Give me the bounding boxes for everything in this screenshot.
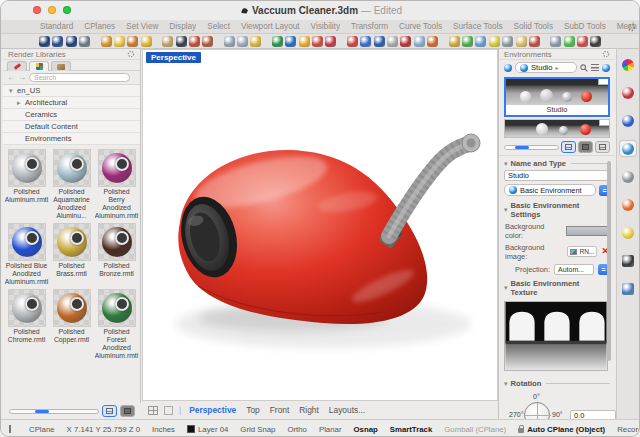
environment-editor-icon[interactable] <box>272 36 283 47</box>
library-materials-tab[interactable] <box>29 61 49 71</box>
status-item[interactable]: Record Hi <box>617 425 640 434</box>
add-environment-icon[interactable] <box>504 64 512 72</box>
background-image-button[interactable]: RN... <box>567 246 597 257</box>
status-item[interactable]: Layer 04 <box>187 425 228 434</box>
viewport-tab[interactable]: Perspective <box>187 405 238 415</box>
material-item[interactable]: Polished Aluminum.rmtl <box>5 149 49 220</box>
earth-icon[interactable] <box>374 36 385 47</box>
four-view-icon[interactable] <box>148 406 158 415</box>
menu-tab[interactable]: Display <box>164 21 201 32</box>
material-item[interactable]: Polished Brass.rmtl <box>50 223 94 286</box>
material-item[interactable]: Polished Blue Anodized Aluminum.rmtl <box>5 223 49 286</box>
folder-icon[interactable] <box>516 36 527 47</box>
grid-view-button[interactable] <box>102 405 117 417</box>
shell-icon[interactable] <box>387 36 398 47</box>
projection-dropdown[interactable]: Autom... <box>554 264 594 275</box>
safe-frame-icon[interactable] <box>550 36 561 47</box>
material-item[interactable]: Polished Bronze.rmtl <box>95 223 139 286</box>
tree-item[interactable]: Environments <box>3 133 140 145</box>
bulb-icon[interactable] <box>489 36 500 47</box>
pencil-light-icon[interactable] <box>162 36 173 47</box>
environment-selector[interactable]: Studio ▸ <box>515 62 577 73</box>
viewport-tab[interactable]: Layouts... <box>327 405 367 415</box>
menu-tab[interactable]: Curve Tools <box>394 21 447 32</box>
library-brush-tab[interactable] <box>7 61 27 71</box>
env-grid-view-button[interactable] <box>561 141 576 153</box>
status-item[interactable]: Planar <box>319 425 342 434</box>
status-item[interactable]: X 7.141 Y 25.759 Z 0 <box>67 425 140 434</box>
status-item[interactable]: Ortho <box>287 425 307 434</box>
status-item[interactable]: Auto CPlane (Object) <box>518 425 605 434</box>
single-view-icon[interactable] <box>164 406 173 415</box>
status-item[interactable]: Osnap <box>353 425 377 434</box>
environment-type-dropdown[interactable]: Basic Environment <box>504 184 596 196</box>
tree-item[interactable]: ▾en_US <box>3 85 140 97</box>
menu-tab[interactable]: Transform <box>346 21 393 32</box>
panel-toggle-icon[interactable] <box>9 425 11 433</box>
viewport-tab[interactable]: Right <box>297 405 321 415</box>
menu-tab[interactable]: SubD Tools <box>559 21 611 32</box>
env-tree-view-button[interactable] <box>595 141 610 153</box>
back-icon[interactable]: ← <box>7 73 15 82</box>
light-flag-icon[interactable] <box>189 36 200 47</box>
move-light-icon[interactable] <box>224 36 235 47</box>
sun-study-icon[interactable] <box>299 36 310 47</box>
library-search-input[interactable] <box>29 73 130 82</box>
tree-item[interactable]: Default Content <box>3 121 140 133</box>
material-item[interactable]: Polished Copper.rmtl <box>50 289 94 358</box>
gear-red-icon[interactable] <box>529 36 540 47</box>
palette-icon[interactable] <box>462 36 473 47</box>
section-name-and-type[interactable]: ▾Name and Type <box>499 156 615 169</box>
viewport-label[interactable]: Perspective <box>146 52 201 63</box>
menu-tab[interactable]: CPlanes <box>79 21 120 32</box>
record-icon[interactable] <box>577 36 588 47</box>
slider-handle[interactable] <box>35 410 49 413</box>
section-rotation[interactable]: ▾Rotation <box>499 376 615 389</box>
slider-handle[interactable] <box>515 146 529 149</box>
directional-light-icon[interactable] <box>127 36 138 47</box>
spotlight-icon[interactable] <box>101 36 112 47</box>
panel-scrollbar[interactable] <box>607 161 611 361</box>
environment-thumbnail-2[interactable] <box>504 119 610 138</box>
menu-tab[interactable]: Visibility <box>306 21 345 32</box>
forward-icon[interactable]: → <box>18 73 26 82</box>
library-textures-tab[interactable] <box>51 61 71 71</box>
globe-icon[interactable] <box>602 64 610 72</box>
menu-tab[interactable]: Surface Tools <box>448 21 507 32</box>
render-window-icon[interactable] <box>79 36 90 47</box>
detail-view-button[interactable] <box>120 405 135 417</box>
render-preview-icon[interactable] <box>52 36 63 47</box>
status-item[interactable]: SmartTrack <box>390 425 432 434</box>
environment-name-field[interactable] <box>504 170 608 181</box>
texture-preview[interactable] <box>504 301 608 371</box>
menu-tab[interactable]: Standard <box>35 21 78 32</box>
monitor-icon[interactable] <box>502 36 513 47</box>
zoom-window-icon[interactable] <box>63 6 71 14</box>
menubar-gear-icon[interactable] <box>627 23 636 32</box>
panel-gear-icon[interactable] <box>127 50 135 58</box>
thumbnail-size-slider[interactable] <box>9 409 99 414</box>
light-flag-2-icon[interactable] <box>202 36 213 47</box>
env-thumbnail-size-slider[interactable] <box>504 145 559 150</box>
tree-item[interactable]: ▸Architectural <box>3 97 140 109</box>
fog-icon[interactable] <box>414 36 425 47</box>
point-light-icon[interactable] <box>114 36 125 47</box>
turntable-icon[interactable] <box>590 36 601 47</box>
toggle-light-icon[interactable] <box>176 36 187 47</box>
daylight-icon[interactable] <box>325 36 336 47</box>
background-color-swatch[interactable] <box>566 226 609 236</box>
menu-tab[interactable]: Set View <box>121 21 163 32</box>
status-item[interactable]: Inches <box>152 425 175 434</box>
menu-tab[interactable]: Select <box>202 21 235 32</box>
search-icon[interactable] <box>580 64 588 72</box>
render-icon[interactable] <box>39 36 50 47</box>
environment-icon[interactable] <box>285 36 296 47</box>
minimize-window-icon[interactable] <box>48 6 56 14</box>
perspective-viewport[interactable]: Perspective <box>142 49 498 401</box>
material-item[interactable]: Polished Chrome.rmtl <box>5 289 49 358</box>
status-item[interactable]: Grid Snap <box>240 425 275 434</box>
sun-icon[interactable] <box>312 36 323 47</box>
menu-icon[interactable] <box>591 64 599 71</box>
section-basic-environment-settings[interactable]: ▾Basic Environment Settings <box>499 198 615 220</box>
panel-gear-icon[interactable] <box>602 50 610 58</box>
